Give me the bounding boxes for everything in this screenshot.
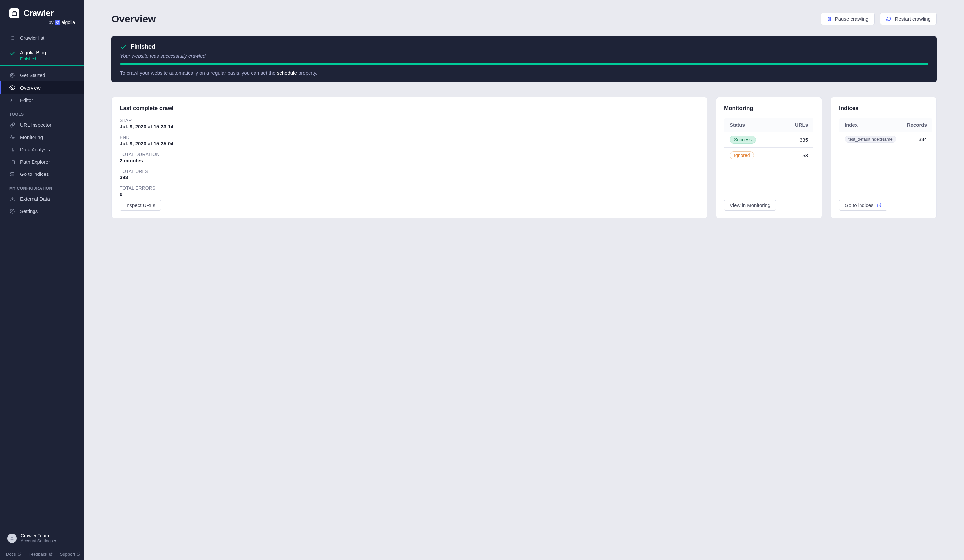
sidebar-label: Crawler list [20,35,44,41]
table-row[interactable]: test_defaultIndexName 334 [839,132,933,147]
schedule-link[interactable]: schedule [277,70,297,76]
main-content: Overview Pause crawling Restart crawling [84,0,964,560]
stat-value: 2 minutes [120,158,699,163]
sidebar-label: URL Inspector [20,122,51,128]
brand-section: Crawler by algolia [0,0,84,31]
target-icon [9,73,15,78]
section-my-config: MY CONFIGURATION [0,180,84,193]
index-badge: test_defaultIndexName [845,136,896,143]
brand-name: Crawler [23,8,54,18]
refresh-icon [886,16,891,21]
sidebar-label: Editor [20,97,33,103]
page-header: Overview Pause crawling Restart crawling [111,13,937,25]
sidebar-item-external-data[interactable]: External Data [0,193,84,205]
table-row[interactable]: Ignored 58 [725,148,814,163]
stat-label: START [120,118,699,123]
card-monitoring: Monitoring Status URLs Success 335 Ignor… [716,97,822,218]
terminal-icon [9,98,15,103]
account-settings-label: Account Settings [21,539,53,544]
sidebar-item-get-started[interactable]: Get Started [0,69,84,81]
inspect-urls-button[interactable]: Inspect URLs [120,200,161,211]
footer-link-feedback[interactable]: Feedback [29,552,53,557]
sidebar-label: Path Explorer [20,159,50,164]
svg-rect-0 [12,12,16,16]
monitoring-table: Status URLs Success 335 Ignored 58 [724,118,814,163]
svg-rect-23 [828,17,829,20]
section-tools: TOOLS [0,106,84,119]
svg-line-25 [879,203,881,205]
indices-table: Index Records test_defaultIndexName 334 [839,118,933,147]
svg-point-9 [11,74,13,76]
stat-label: TOTAL URLS [120,169,699,174]
sidebar-label: Data Analysis [20,147,50,152]
restart-crawling-button[interactable]: Restart crawling [880,13,937,25]
link-icon [9,122,15,128]
card-title: Indices [839,105,928,112]
card-title: Last complete crawl [120,105,699,112]
card-title: Monitoring [724,105,814,112]
sidebar-project[interactable]: Algolia Blog Finished [0,45,84,66]
stat-label: END [120,135,699,140]
card-last-crawl: Last complete crawl START Jul. 9, 2020 a… [111,97,707,218]
sidebar-item-path-explorer[interactable]: Path Explorer [0,156,84,168]
pause-icon [827,16,832,21]
activity-icon [9,135,15,140]
col-records: Records [902,118,933,132]
stat-value: Jul. 9, 2020 at 15:35:04 [120,141,699,146]
sidebar-item-editor[interactable]: Editor [0,94,84,106]
sidebar-label: Go to indices [20,171,49,177]
record-count: 334 [902,132,933,147]
sidebar-label: Monitoring [20,134,43,140]
status-badge: Ignored [730,151,754,159]
sidebar-item-settings[interactable]: Settings [0,205,84,217]
account-section[interactable]: Crawler Team Account Settings ▾ [0,528,84,548]
table-row[interactable]: Success 335 [725,132,814,148]
sidebar-label: Get Started [20,72,46,78]
stat-label: TOTAL DURATION [120,151,699,157]
sidebar-item-monitoring[interactable]: Monitoring [0,131,84,143]
brand-by: by [49,20,54,25]
project-name: Algolia Blog [20,50,46,55]
algolia-text: algolia [62,20,75,25]
footer-links: Docs Feedback Support [0,548,84,560]
svg-point-18 [11,211,13,212]
sidebar-item-data-analysis[interactable]: Data Analysis [0,143,84,156]
go-to-indices-button[interactable]: Go to indices [839,200,887,211]
status-banner: Finished Your website was successfully c… [111,36,937,82]
list-icon [9,36,15,41]
sidebar-item-overview[interactable]: Overview [0,81,84,94]
svg-point-8 [10,73,14,77]
download-icon [9,196,15,202]
view-in-monitoring-button[interactable]: View in Monitoring [724,200,776,211]
footer-link-docs[interactable]: Docs [6,552,21,557]
banner-hint: To crawl your website automatically on a… [111,65,937,82]
sidebar-label: External Data [20,196,50,202]
stat-label: TOTAL ERRORS [120,186,699,191]
col-urls: URLs [778,118,813,132]
avatar-icon [7,534,16,543]
svg-point-10 [11,87,13,89]
folder-icon [9,159,15,164]
svg-line-20 [19,553,21,554]
crawler-logo-icon [9,8,19,18]
pause-crawling-button[interactable]: Pause crawling [821,13,875,25]
url-count: 58 [778,148,813,163]
footer-link-support[interactable]: Support [60,552,81,557]
sidebar-item-go-to-indices[interactable]: Go to indices [0,168,84,180]
algolia-icon [55,20,60,25]
col-status: Status [725,118,779,132]
stat-value: 393 [120,174,699,180]
svg-rect-16 [11,174,14,176]
banner-title: Finished [131,44,155,50]
sidebar-item-crawler-list[interactable]: Crawler list [0,31,84,45]
database-icon [9,171,15,177]
card-indices: Indices Index Records test_defaultIndexN… [830,97,937,218]
stat-value: 0 [120,191,699,197]
banner-message: Your website was successfully crawled. [120,53,928,59]
col-index: Index [839,118,902,132]
svg-rect-15 [11,172,14,174]
sidebar-item-url-inspector[interactable]: URL Inspector [0,119,84,131]
sidebar: Crawler by algolia Crawler list Algolia … [0,0,84,560]
account-team: Crawler Team [21,533,56,539]
status-badge: Success [730,136,756,144]
